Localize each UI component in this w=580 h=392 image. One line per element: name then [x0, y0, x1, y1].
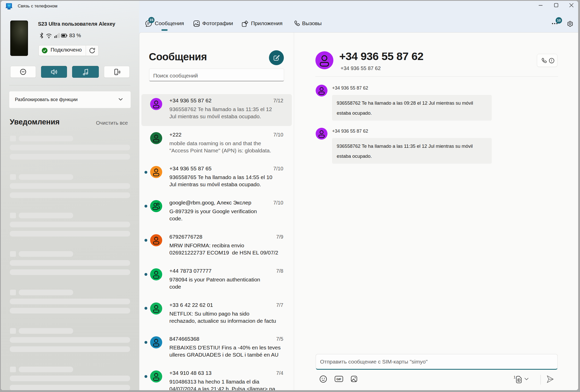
svg-text:GIF: GIF	[336, 378, 341, 381]
